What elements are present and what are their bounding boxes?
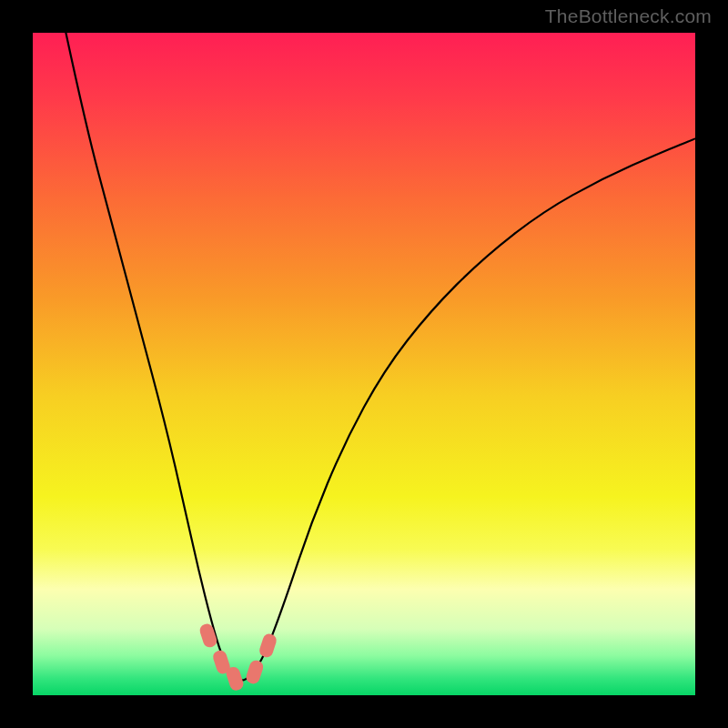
chart-container: TheBottleneck.com (0, 0, 728, 728)
plot-area (33, 33, 695, 695)
plot-svg (33, 33, 695, 695)
gradient-background (33, 33, 695, 695)
watermark-text: TheBottleneck.com (545, 5, 712, 27)
